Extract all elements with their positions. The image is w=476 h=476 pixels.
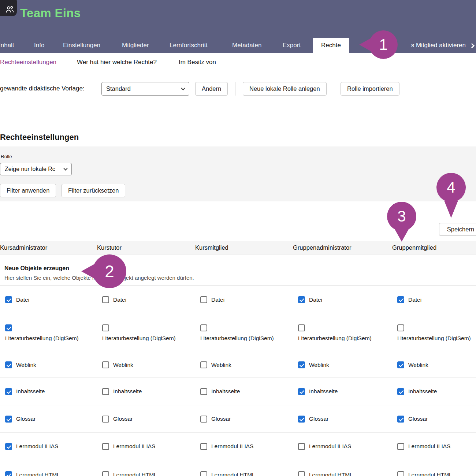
permissions-body: Datei Datei Datei Datei Datei Literaturb… <box>0 286 476 476</box>
save-button[interactable]: Speichern <box>439 223 476 236</box>
checkbox-label: Glossar <box>309 416 328 422</box>
tab-lernfortschritt[interactable]: Lernfortschritt <box>170 38 208 53</box>
checkbox[interactable] <box>102 443 109 450</box>
permission-cell: Lernmodul HTML <box>97 460 195 476</box>
checkbox[interactable] <box>102 416 109 423</box>
callout-3: 3 <box>387 202 416 231</box>
checkbox[interactable] <box>5 361 12 368</box>
permission-cell: Lernmodul ILIAS <box>392 433 476 460</box>
permission-cell: Inhaltsseite <box>97 378 195 405</box>
subtab-wer-hat-welche-rechte[interactable]: Wer hat hier welche Rechte? <box>77 59 157 66</box>
checkbox-label: Lernmodul HTML <box>16 472 60 476</box>
checkbox-label: Inhaltsseite <box>309 388 338 395</box>
checkbox[interactable] <box>5 443 12 450</box>
filter-reset-button[interactable]: Filter zurücksetzen <box>62 184 125 197</box>
permission-cell: Lernmodul ILIAS <box>293 433 392 460</box>
checkbox[interactable] <box>5 324 12 331</box>
callout-tail <box>395 229 409 242</box>
checkbox[interactable] <box>397 361 404 368</box>
checkbox[interactable] <box>5 388 12 395</box>
checkbox[interactable] <box>5 471 12 476</box>
subtab-rechteeinstellungen[interactable]: Rechteeinstellungen <box>0 59 56 66</box>
checkbox-label: Weblink <box>16 362 36 368</box>
app-logo[interactable] <box>0 0 17 16</box>
permission-cell: Datei <box>97 286 195 314</box>
checkbox[interactable] <box>200 388 207 395</box>
checkbox[interactable] <box>200 324 207 331</box>
checkbox[interactable] <box>397 471 404 476</box>
checkbox[interactable] <box>102 471 109 476</box>
tab-inhalt[interactable]: Inhalt <box>0 38 14 53</box>
tab-einstellungen[interactable]: Einstellungen <box>63 38 100 53</box>
checkbox-label: Lernmodul ILIAS <box>211 443 253 450</box>
checkbox[interactable] <box>298 416 305 423</box>
checkbox-label: Literaturbestellung (DigiSem) <box>200 335 274 342</box>
checkbox[interactable] <box>397 388 404 395</box>
filter-apply-button[interactable]: Filter anwenden <box>0 184 56 197</box>
tabbar-member-action[interactable]: s Mitglied aktivieren <box>411 38 474 53</box>
checkbox-label: Literaturbestellung (DigiSem) <box>298 335 372 342</box>
divider <box>235 82 235 96</box>
permission-cell: Lernmodul ILIAS <box>195 433 293 460</box>
column-kurstutor: Kurstutor <box>97 244 195 251</box>
column-gruppenadministrator: Gruppenadministrator <box>293 244 392 251</box>
checkbox[interactable] <box>102 388 109 395</box>
role-filter-select[interactable]: Zeige nur lokale Rc <box>0 163 72 175</box>
checkbox[interactable] <box>200 471 207 476</box>
checkbox-label: Datei <box>16 297 29 303</box>
change-button[interactable]: Ändern <box>195 82 228 96</box>
checkbox[interactable] <box>298 296 305 303</box>
checkbox[interactable] <box>397 416 404 423</box>
header: Team Eins Inhalt Info Einstellungen Mitg… <box>0 0 476 53</box>
checkbox-label: Weblink <box>309 362 329 368</box>
page: Team Eins Inhalt Info Einstellungen Mitg… <box>0 0 476 476</box>
permission-cell: Datei <box>195 286 293 314</box>
page-title: Team Eins <box>20 6 81 20</box>
checkbox[interactable] <box>5 416 12 423</box>
checkbox[interactable] <box>298 443 305 450</box>
permission-cell: Lernmodul ILIAS <box>0 433 97 460</box>
permission-cell: Lernmodul ILIAS <box>97 433 195 460</box>
checkbox[interactable] <box>298 471 305 476</box>
permission-cell: Datei <box>0 286 97 314</box>
tab-export[interactable]: Export <box>283 38 301 53</box>
permission-cell: Datei <box>293 286 392 314</box>
subtab-im-besitz-von[interactable]: Im Besitz von <box>179 59 216 66</box>
import-role-button[interactable]: Rolle importieren <box>341 82 399 96</box>
checkbox[interactable] <box>298 361 305 368</box>
checkbox[interactable] <box>102 361 109 368</box>
tab-metadaten[interactable]: Metadaten <box>232 38 261 53</box>
didactic-template-label: gewandte didaktische Vorlage: <box>0 81 85 96</box>
callout-number: 4 <box>447 179 455 196</box>
checkbox[interactable] <box>5 296 12 303</box>
checkbox[interactable] <box>298 388 305 395</box>
checkbox[interactable] <box>298 324 305 331</box>
callout-4: 4 <box>436 173 466 202</box>
checkbox-label: Glossar <box>113 416 133 422</box>
checkbox[interactable] <box>200 443 207 450</box>
checkbox[interactable] <box>200 361 207 368</box>
checkbox-label: Inhaltsseite <box>16 388 45 395</box>
new-local-role-button[interactable]: Neue lokale Rolle anlegen <box>243 82 327 96</box>
checkbox[interactable] <box>102 324 109 331</box>
didactic-template-select[interactable]: Standard <box>101 82 189 96</box>
tab-rechte[interactable]: Rechte <box>313 38 349 53</box>
permissions-header-row: Kursadministrator Kurstutor Kursmitglied… <box>0 241 476 254</box>
checkbox[interactable] <box>397 324 404 331</box>
callout-1: 1 <box>369 30 398 59</box>
table-row-inhaltsseite: Inhaltsseite Inhaltsseite Inhaltsseite I… <box>0 378 476 405</box>
checkbox[interactable] <box>200 416 207 423</box>
checkbox[interactable] <box>102 296 109 303</box>
checkbox[interactable] <box>397 443 404 450</box>
tab-mitglieder[interactable]: Mitglieder <box>122 38 149 53</box>
checkbox-label: Datei <box>113 297 126 303</box>
table-row-datei: Datei Datei Datei Datei Datei <box>0 286 476 314</box>
checkbox-label: Lernmodul ILIAS <box>309 443 351 450</box>
table-row-glossar: Glossar Glossar Glossar Glossar Glossar <box>0 405 476 433</box>
permission-cell: Lernmodul HTML <box>0 460 97 476</box>
checkbox[interactable] <box>200 296 207 303</box>
tab-info[interactable]: Info <box>34 38 44 53</box>
checkbox[interactable] <box>397 296 404 303</box>
role-filter-label: Rolle <box>1 154 12 159</box>
permission-cell: Lernmodul HTML <box>293 460 392 476</box>
